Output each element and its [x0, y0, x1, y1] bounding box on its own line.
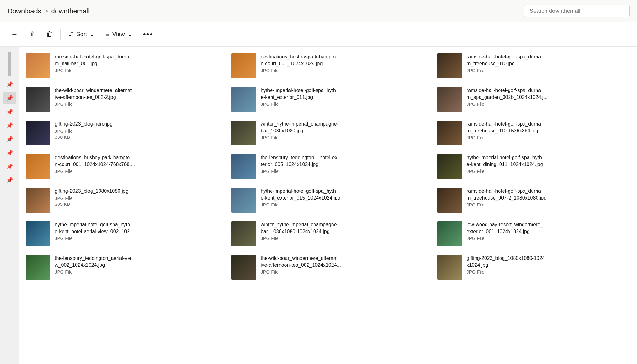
- file-name: winter_hythe-imperial_champagne- bar_108…: [261, 121, 425, 134]
- file-thumbnail: [231, 121, 256, 145]
- file-item[interactable]: ramside-hall-hotel-golf-spa_durha m_tree…: [431, 49, 637, 83]
- breadcrumb-current: downthemall: [51, 7, 90, 15]
- file-info: low-wood-bay-resort_windermere_ exterior…: [467, 221, 631, 241]
- file-type: JPG File: [261, 135, 425, 140]
- file-type: JPG File: [55, 196, 219, 201]
- search-input[interactable]: [524, 5, 630, 17]
- file-item[interactable]: ramside-hall-hotel-golf-spa_durha m_tree…: [431, 183, 637, 217]
- file-info: ramside-hall-hotel-golf-spa_durha m_tree…: [467, 121, 631, 140]
- share-icon: ⇧: [29, 30, 35, 38]
- file-name: winter_hythe-imperial_champagne- bar_108…: [261, 221, 425, 235]
- sort-chevron-icon: ⌄: [90, 31, 95, 38]
- file-item[interactable]: hythe-imperial-hotel-golf-spa_hyth e-ken…: [225, 83, 431, 116]
- file-info: gifting-2023_blog_1080x1080.jpgJPG File3…: [55, 188, 219, 207]
- left-sidebar: 📌 📌 📌 📌 📌 📌 📌 📌: [0, 47, 19, 364]
- more-label: •••: [143, 30, 153, 39]
- file-item[interactable]: hythe-imperial-hotel-golf-spa_hyth e-ken…: [431, 150, 637, 183]
- file-item[interactable]: the-lensbury_teddington_aerial-vie w_002…: [19, 251, 225, 284]
- file-item[interactable]: low-wood-bay-resort_windermere_ exterior…: [431, 217, 637, 251]
- breadcrumb-home[interactable]: Downloads: [7, 7, 41, 15]
- file-item[interactable]: the-wild-boar_windermere_alternat ive-af…: [19, 83, 225, 116]
- file-info: gifting-2023_blog-hero.jpgJPG File380 KB: [55, 121, 219, 140]
- trash-icon: 🗑: [46, 30, 53, 38]
- file-item[interactable]: destinations_bushey-park-hampto n-court_…: [19, 150, 225, 183]
- file-name: gifting-2023_blog_1080x1080.jpg: [55, 188, 219, 195]
- file-thumbnail: [26, 255, 50, 280]
- file-name: ramside-hall-hotel-golf-spa_durha m_tree…: [467, 188, 631, 201]
- file-name: destinations_bushey-park-hampto n-court_…: [261, 53, 425, 67]
- file-item[interactable]: the-lensbury_teddington__hotel-ex terior…: [225, 150, 431, 183]
- file-type: JPG File: [55, 101, 219, 107]
- file-type: JPG File: [467, 135, 631, 140]
- file-item[interactable]: gifting-2023_blog_1080x1080-1024 x1024.j…: [431, 251, 637, 284]
- file-thumbnail: [231, 188, 256, 213]
- sidebar-pin-1[interactable]: 📌: [3, 78, 16, 91]
- file-info: hythe-imperial-hotel-golf-spa_hyth e-ken…: [261, 188, 425, 207]
- sidebar-pin-5[interactable]: 📌: [3, 133, 16, 145]
- file-name: destinations_bushey-park-hampto n-court_…: [55, 154, 219, 168]
- file-info: gifting-2023_blog_1080x1080-1024 x1024.j…: [467, 255, 631, 274]
- file-type: JPG File: [261, 269, 425, 274]
- file-item[interactable]: the-wild-boar_windermere_alternat ive-af…: [225, 251, 431, 284]
- sort-icon: ⇵: [68, 30, 74, 38]
- file-item[interactable]: destinations_bushey-park-hampto n-court_…: [225, 49, 431, 83]
- file-item[interactable]: gifting-2023_blog-hero.jpgJPG File380 KB: [19, 116, 225, 150]
- file-name: hythe-imperial-hotel-golf-spa_hyth e-ken…: [261, 87, 425, 100]
- scrollbar-track: [7, 50, 12, 77]
- file-thumbnail: [437, 87, 462, 112]
- file-type: JPG File: [261, 68, 425, 73]
- file-item[interactable]: hythe-imperial-hotel-golf-spa_hyth e-ken…: [225, 183, 431, 217]
- file-info: destinations_bushey-park-hampto n-court_…: [261, 53, 425, 73]
- file-name: the-wild-boar_windermere_alternat ive-af…: [55, 87, 219, 100]
- sidebar-pin-4[interactable]: 📌: [3, 119, 16, 132]
- file-item[interactable]: hythe-imperial-hotel-golf-spa_hyth e-ken…: [19, 217, 225, 251]
- sidebar-pin-7[interactable]: 📌: [3, 160, 16, 173]
- file-thumbnail: [231, 154, 256, 179]
- file-thumbnail: [231, 221, 256, 246]
- file-thumbnail: [231, 53, 256, 78]
- file-type: JPG File: [467, 236, 631, 241]
- file-item[interactable]: ramside-hall-hotel-golf-spa_durha m_nail…: [19, 49, 225, 83]
- file-name: low-wood-bay-resort_windermere_ exterior…: [467, 221, 631, 235]
- file-thumbnail: [437, 221, 462, 246]
- sort-button[interactable]: ⇵ Sort ⌄: [63, 27, 100, 41]
- sidebar-pin-3[interactable]: 📌: [3, 106, 16, 118]
- sidebar-pin-2[interactable]: 📌: [3, 92, 16, 104]
- file-thumbnail: [26, 221, 50, 246]
- file-info: winter_hythe-imperial_champagne- bar_108…: [261, 121, 425, 140]
- view-button[interactable]: ≡ View ⌄: [100, 27, 138, 41]
- file-info: the-lensbury_teddington__hotel-ex terior…: [261, 154, 425, 174]
- more-button[interactable]: •••: [138, 26, 158, 42]
- file-item[interactable]: winter_hythe-imperial_champagne- bar_108…: [225, 116, 431, 150]
- sidebar-pin-8[interactable]: 📌: [3, 174, 16, 187]
- file-item[interactable]: winter_hythe-imperial_champagne- bar_108…: [225, 217, 431, 251]
- file-type: JPG File: [467, 269, 631, 274]
- file-name: the-wild-boar_windermere_alternat ive-af…: [261, 255, 425, 268]
- scrollbar-thumb[interactable]: [8, 52, 11, 76]
- share-button[interactable]: ⇧: [24, 27, 40, 41]
- file-info: ramside-hall-hotel-golf-spa_durha m_tree…: [467, 53, 631, 73]
- file-item[interactable]: ramside-hall-hotel-golf-spa_durha m_spa_…: [431, 83, 637, 116]
- file-name: hythe-imperial-hotel-golf-spa_hyth e-ken…: [261, 188, 425, 201]
- header-bar: Downloads > downthemall: [0, 0, 637, 22]
- delete-button[interactable]: 🗑: [40, 27, 58, 41]
- file-info: ramside-hall-hotel-golf-spa_durha m_nail…: [55, 53, 219, 73]
- file-type: JPG File: [55, 168, 219, 174]
- file-name: gifting-2023_blog-hero.jpg: [55, 121, 219, 127]
- file-name: gifting-2023_blog_1080x1080-1024 x1024.j…: [467, 255, 631, 268]
- file-type: JPG File: [261, 202, 425, 207]
- sidebar-pin-6[interactable]: 📌: [3, 147, 16, 159]
- file-thumbnail: [26, 188, 50, 213]
- content-area: ramside-hall-hotel-golf-spa_durha m_nail…: [19, 47, 637, 364]
- back-button[interactable]: ←: [6, 27, 24, 41]
- file-name: hythe-imperial-hotel-golf-spa_hyth e-ken…: [55, 221, 219, 235]
- file-type: JPG File: [467, 68, 631, 73]
- file-item[interactable]: gifting-2023_blog_1080x1080.jpgJPG File3…: [19, 183, 225, 217]
- file-item[interactable]: ramside-hall-hotel-golf-spa_durha m_tree…: [431, 116, 637, 150]
- file-type: JPG File: [55, 68, 219, 73]
- sort-label: Sort: [76, 31, 87, 38]
- file-thumbnail: [437, 154, 462, 179]
- file-info: destinations_bushey-park-hampto n-court_…: [55, 154, 219, 174]
- file-info: the-wild-boar_windermere_alternat ive-af…: [261, 255, 425, 274]
- file-name: the-lensbury_teddington_aerial-vie w_002…: [55, 255, 219, 268]
